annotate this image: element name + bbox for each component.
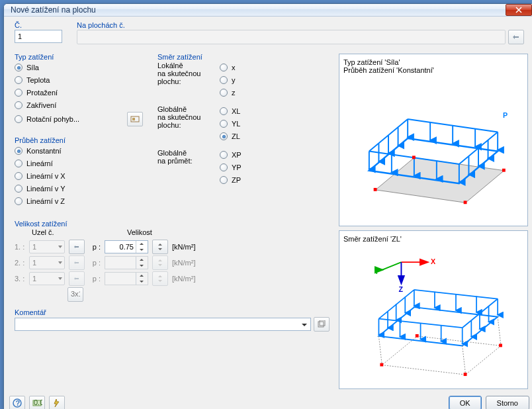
p-value-1[interactable] bbox=[105, 240, 148, 253]
radio-icon bbox=[220, 89, 228, 97]
type-details-button[interactable] bbox=[127, 112, 143, 126]
svg-rect-30 bbox=[412, 156, 416, 159]
spin-up-icon bbox=[136, 257, 146, 263]
ok-button[interactable]: OK bbox=[449, 396, 482, 409]
radio-icon bbox=[15, 101, 22, 109]
node-combo-1: 1 bbox=[29, 240, 65, 253]
units-button[interactable]: 0.00 bbox=[29, 396, 45, 409]
radio-icon bbox=[15, 64, 22, 71]
svg-line-61 bbox=[463, 346, 466, 375]
svg-line-62 bbox=[498, 317, 501, 346]
course-option-linear-y[interactable]: Lineární v Y bbox=[15, 183, 143, 195]
svg-text:P: P bbox=[503, 111, 508, 119]
type-option-force[interactable]: Síla bbox=[15, 62, 143, 73]
preview2-line1: Směr zatížení 'ZL' bbox=[343, 235, 523, 243]
surfaces-input[interactable] bbox=[77, 30, 506, 44]
dir-option-yl[interactable]: YL bbox=[220, 118, 240, 130]
course-option-linear-x[interactable]: Lineární v X bbox=[15, 170, 143, 182]
titlebar: Nové zatížení na plochu bbox=[4, 4, 532, 17]
pick-node-1-btn[interactable] bbox=[69, 240, 85, 254]
dir-option-xl[interactable]: XL bbox=[220, 105, 240, 117]
dir-option-yp[interactable]: YP bbox=[220, 161, 242, 173]
type-option-temperature[interactable]: Teplota bbox=[15, 74, 143, 86]
dir-option-zp[interactable]: ZP bbox=[220, 174, 242, 186]
dir-option-xp[interactable]: XP bbox=[220, 149, 242, 161]
magnitude-row-2: 2. : 1 p : [kN/m²] bbox=[15, 255, 330, 271]
svg-line-60 bbox=[378, 336, 382, 365]
dir-local-label2: na skutečnou plochu: bbox=[157, 69, 214, 85]
pick-surfaces-button[interactable] bbox=[508, 30, 524, 44]
svg-rect-29 bbox=[502, 169, 506, 172]
svg-text:X: X bbox=[431, 257, 436, 265]
svg-text:0.00: 0.00 bbox=[34, 398, 42, 406]
radio-icon bbox=[15, 89, 22, 97]
magnitude-row-3: 3. : 1 p : [kN/m²] bbox=[15, 271, 330, 287]
dir-option-z[interactable]: z bbox=[220, 87, 236, 99]
library-icon bbox=[317, 320, 326, 328]
svg-rect-63 bbox=[380, 363, 383, 367]
main-row: Typ zatížení Síla Teplota Protažení Zakř… bbox=[9, 54, 529, 389]
p-value-2 bbox=[105, 256, 148, 269]
dir-local-label1: Lokálně bbox=[157, 62, 214, 69]
radio-icon bbox=[15, 76, 22, 84]
radio-icon bbox=[220, 132, 228, 140]
type-option-rotation[interactable]: Rotační pohyb... bbox=[15, 113, 127, 125]
svg-line-33 bbox=[382, 263, 401, 271]
svg-rect-3 bbox=[318, 322, 324, 327]
node-combo-2: 1 bbox=[29, 256, 65, 269]
spin-down-icon bbox=[136, 263, 146, 269]
svg-rect-4 bbox=[320, 320, 325, 326]
course-option-constant[interactable]: Konstantní bbox=[15, 145, 143, 157]
svg-text:3x1: 3x1 bbox=[71, 291, 80, 298]
close-icon bbox=[515, 7, 522, 13]
radio-icon bbox=[15, 197, 22, 205]
units-icon: 0.00 bbox=[32, 398, 42, 408]
number-input[interactable] bbox=[15, 30, 62, 43]
dir-option-y[interactable]: y bbox=[220, 74, 236, 86]
number-group: Č. bbox=[9, 22, 67, 50]
comment-group: Komentář bbox=[9, 309, 335, 341]
pick-icon bbox=[73, 243, 81, 251]
svg-text:Z: Z bbox=[399, 285, 404, 293]
load-direction-group: Směr zatížení Lokálně na skutečnou ploch… bbox=[152, 54, 335, 218]
spin-up-icon[interactable] bbox=[136, 241, 146, 247]
type-option-curvature[interactable]: Zakřivení bbox=[15, 99, 143, 111]
comment-combo[interactable] bbox=[15, 318, 311, 331]
preview1-line1: Typ zatížení 'Síla' bbox=[343, 58, 523, 66]
type-option-strain[interactable]: Protažení bbox=[15, 87, 143, 99]
header-row: Č. Na plochách č. bbox=[9, 22, 529, 50]
equation-icon: 3x1 bbox=[71, 291, 80, 298]
type-dir-row: Typ zatížení Síla Teplota Protažení Zakř… bbox=[9, 54, 335, 218]
cancel-button[interactable]: Storno bbox=[486, 396, 529, 409]
spin-down-icon[interactable] bbox=[136, 247, 146, 253]
surfaces-group: Na plochách č. bbox=[71, 22, 529, 50]
course-option-linear-z[interactable]: Lineární v Z bbox=[15, 195, 143, 207]
p-value-2-stepper bbox=[152, 255, 168, 270]
preview1-line2: Průběh zatížení 'Konstantní' bbox=[343, 66, 523, 74]
preview1-diagram: P bbox=[343, 74, 523, 222]
lightning-icon bbox=[52, 398, 62, 408]
magnitude-title: Velikost zatížení bbox=[13, 220, 69, 228]
calc-button[interactable] bbox=[49, 396, 65, 409]
radio-icon bbox=[15, 115, 22, 123]
magnitude-extra-btn[interactable]: 3x1 bbox=[67, 287, 83, 302]
load-type-title: Typ zatížení bbox=[13, 53, 55, 61]
comment-library-btn[interactable] bbox=[314, 317, 330, 332]
radio-icon bbox=[15, 159, 22, 167]
node-combo-3: 1 bbox=[29, 272, 65, 285]
close-button[interactable] bbox=[506, 4, 532, 16]
dialog-content: Č. Na plochách č. Typ zatížení bbox=[4, 17, 532, 409]
radio-icon bbox=[15, 172, 22, 180]
dir-option-zl[interactable]: ZL bbox=[220, 130, 240, 142]
pick-node-3-btn bbox=[69, 271, 85, 286]
dir-option-x[interactable]: x bbox=[220, 62, 236, 73]
stepper-icon bbox=[157, 259, 163, 267]
surfaces-label: Na plochách č. bbox=[75, 21, 126, 29]
radio-icon bbox=[220, 64, 228, 71]
svg-text:?: ? bbox=[16, 399, 21, 407]
dir-global1-label2: na skutečnou plochu: bbox=[157, 113, 214, 129]
help-button[interactable]: ? bbox=[9, 396, 25, 409]
course-option-linear[interactable]: Lineární bbox=[15, 158, 143, 169]
load-course-group: Průběh zatížení Konstantní Lineární Line… bbox=[9, 137, 148, 218]
p-value-1-stepper[interactable] bbox=[152, 240, 168, 254]
